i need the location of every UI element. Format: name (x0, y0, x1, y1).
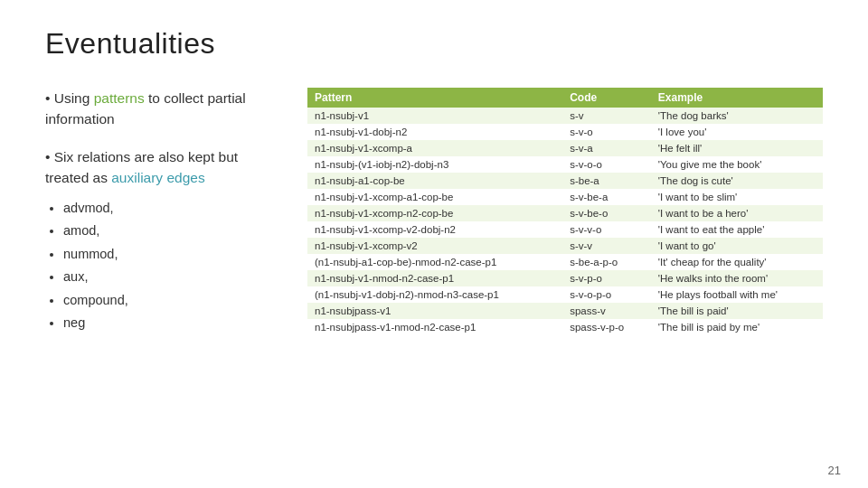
table-cell: 'The bill is paid' (651, 303, 823, 319)
table-cell: s-be-a (562, 173, 651, 189)
col-example: Example (651, 88, 823, 108)
table-row: (n1-nsubj-a1-cop-be)-nmod-n2-case-p1s-be… (307, 254, 823, 270)
table-cell: 'The bill is paid by me' (651, 319, 823, 335)
table-cell: s-v (562, 108, 651, 124)
table-cell: 'I want to be a hero' (651, 205, 823, 221)
list-item: amod, (63, 220, 280, 242)
table-row: n1-nsubjpass-v1-nmod-n2-case-p1spass-v-p… (307, 319, 823, 335)
bullet1-highlight: patterns (94, 90, 145, 106)
table-cell: s-v-a (562, 140, 651, 156)
col-code: Code (562, 88, 651, 108)
table-cell: 'The dog barks' (651, 108, 823, 124)
table-header-row: Pattern Code Example (307, 88, 823, 108)
slide-title: Eventualities (45, 27, 823, 61)
table-cell: n1-nsubj-v1-xcomp-v2 (307, 238, 562, 254)
bullet1-pre: Using (54, 90, 94, 106)
left-column: • Using patterns to collect partial info… (45, 88, 280, 334)
table-cell: n1-nsubj-v1-dobj-n2 (307, 124, 562, 140)
table-row: n1-nsubj-(v1-iobj-n2)-dobj-n3s-v-o-o'You… (307, 156, 823, 173)
content-area: • Using patterns to collect partial info… (45, 88, 823, 335)
list-item: advmod, (63, 197, 280, 220)
table-cell: s-v-be-o (562, 205, 651, 221)
table-cell: 'It' cheap for the quality' (651, 254, 823, 270)
table-cell: n1-nsubj-v1-xcomp-a (307, 140, 562, 156)
table-row: n1-nsubj-v1-xcomp-v2s-v-v'I want to go' (307, 238, 823, 254)
table-cell: s-v-p-o (562, 270, 651, 286)
table-cell: 'I want to be slim' (651, 189, 823, 205)
table-row: n1-nsubj-v1-xcomp-a1-cop-bes-v-be-a'I wa… (307, 189, 823, 205)
bullet-2: • Six relations are also kept but treate… (45, 146, 280, 189)
bullet-1: • Using patterns to collect partial info… (45, 88, 280, 130)
table-cell: n1-nsubj-v1-xcomp-n2-cop-be (307, 205, 562, 221)
table-cell: 'He walks into the room' (651, 270, 823, 286)
table-row: n1-nsubj-v1-xcomp-v2-dobj-n2s-v-v-o'I wa… (307, 221, 823, 238)
table-cell: s-be-a-p-o (562, 254, 651, 270)
table-cell: 'He felt ill' (651, 140, 823, 156)
table-cell: n1-nsubj-a1-cop-be (307, 173, 562, 189)
table-cell: n1-nsubjpass-v1-nmod-n2-case-p1 (307, 319, 562, 335)
table-cell: n1-nsubj-v1 (307, 108, 562, 124)
col-pattern: Pattern (307, 88, 562, 108)
table-row: n1-nsubj-v1-xcomp-as-v-a'He felt ill' (307, 140, 823, 156)
list-item: aux, (63, 266, 280, 288)
list-item: nummod, (63, 243, 280, 266)
table-cell: s-v-be-a (562, 189, 651, 205)
table-cell: 'I love you' (651, 124, 823, 140)
table-row: (n1-nsubj-v1-dobj-n2)-nmod-n3-case-p1s-v… (307, 286, 823, 303)
list-item: neg (63, 312, 280, 334)
table-cell: n1-nsubj-(v1-iobj-n2)-dobj-n3 (307, 156, 562, 173)
list-item: compound, (63, 289, 280, 312)
slide: Eventualities • Using patterns to collec… (0, 0, 868, 488)
table-cell: 'The dog is cute' (651, 173, 823, 189)
page-number: 21 (828, 464, 841, 477)
table-row: n1-nsubj-a1-cop-bes-be-a'The dog is cute… (307, 173, 823, 189)
table-row: n1-nsubj-v1-dobj-n2s-v-o'I love you' (307, 124, 823, 140)
table-cell: 'I want to eat the apple' (651, 221, 823, 238)
table-row: n1-nsubj-v1-nmod-n2-case-p1s-v-p-o'He wa… (307, 270, 823, 286)
bullet2-highlight: auxiliary edges (111, 170, 204, 185)
table-cell: 'You give me the book' (651, 156, 823, 173)
table-cell: n1-nsubjpass-v1 (307, 303, 562, 319)
table-cell: (n1-nsubj-v1-dobj-n2)-nmod-n3-case-p1 (307, 286, 562, 303)
table-cell: n1-nsubj-v1-xcomp-a1-cop-be (307, 189, 562, 205)
table-cell: s-v-o-p-o (562, 286, 651, 303)
table-cell: s-v-v (562, 238, 651, 254)
table-cell: n1-nsubj-v1-xcomp-v2-dobj-n2 (307, 221, 562, 238)
table-cell: 'He plays football with me' (651, 286, 823, 303)
table-cell: n1-nsubj-v1-nmod-n2-case-p1 (307, 270, 562, 286)
table-cell: s-v-o-o (562, 156, 651, 173)
table-row: n1-nsubj-v1-xcomp-n2-cop-bes-v-be-o'I wa… (307, 205, 823, 221)
table-row: n1-nsubjpass-v1spass-v'The bill is paid' (307, 303, 823, 319)
table-cell: 'I want to go' (651, 238, 823, 254)
right-column: Pattern Code Example n1-nsubj-v1s-v'The … (307, 88, 823, 335)
table-cell: spass-v-p-o (562, 319, 651, 335)
patterns-table: Pattern Code Example n1-nsubj-v1s-v'The … (307, 88, 823, 335)
table-cell: s-v-o (562, 124, 651, 140)
sub-list: advmod, amod, nummod, aux, compound, neg (63, 197, 280, 334)
table-cell: (n1-nsubj-a1-cop-be)-nmod-n2-case-p1 (307, 254, 562, 270)
table-cell: spass-v (562, 303, 651, 319)
table-cell: s-v-v-o (562, 221, 651, 238)
table-row: n1-nsubj-v1s-v'The dog barks' (307, 108, 823, 124)
